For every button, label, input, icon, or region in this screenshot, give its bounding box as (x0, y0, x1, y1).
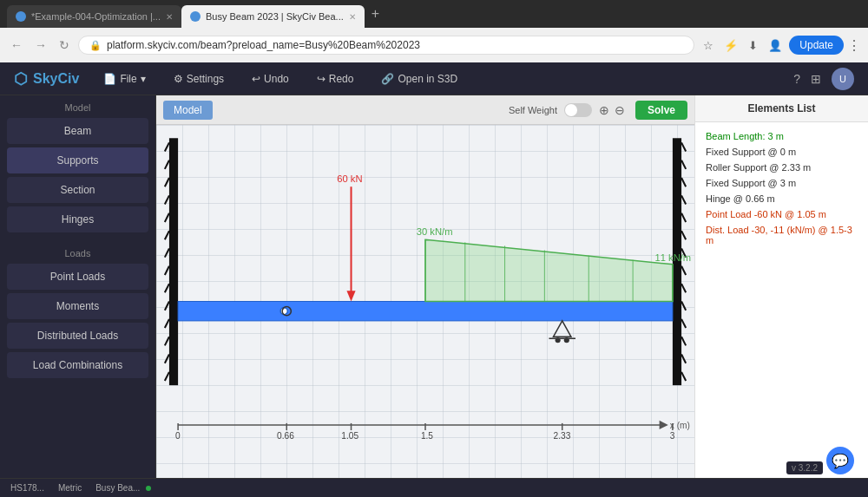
url-bar[interactable]: 🔒 platform.skyciv.com/beam?preload_name=… (78, 36, 694, 55)
sidebar-point-loads[interactable]: Point Loads (7, 264, 148, 290)
settings-icon: ⚙ (174, 73, 183, 85)
self-weight-label: Self Weight (509, 105, 557, 115)
loads-section-label: Loads (0, 241, 155, 262)
menu-undo[interactable]: ↩ Undo (245, 69, 296, 88)
profile-icon[interactable]: 👤 (765, 37, 786, 54)
header-right: ? ⊞ U (793, 68, 854, 90)
element-beam-length: Beam Length: 3 m (702, 129, 861, 143)
logo-icon: ⬡ (14, 69, 28, 88)
status-beam: Busy Bea... (95, 483, 151, 493)
lock-icon: 🔒 (89, 40, 102, 51)
undo-icon: ↩ (252, 73, 260, 85)
sidebar-moments[interactable]: Moments (7, 293, 148, 319)
tab-close-2[interactable]: ✕ (349, 12, 356, 22)
element-fixed-0: Fixed Support @ 0 m (702, 145, 861, 159)
sidebar-distributed-loads[interactable]: Distributed Loads (7, 323, 148, 349)
element-roller-233: Roller Support @ 2.33 m (702, 160, 861, 174)
elements-panel: Elements List Beam Length: 3 m Fixed Sup… (694, 95, 868, 478)
zoom-in-icon[interactable]: ⊕ (599, 103, 609, 117)
status-bar: HS178... Metric Busy Bea... (0, 478, 868, 497)
tab-label-1: *Example-004-Optimization |... (31, 11, 161, 22)
sidebar-hinges[interactable]: Hinges (7, 206, 148, 232)
sidebar: Model Beam Supports Section Hinges Loads… (0, 95, 156, 478)
sidebar-section[interactable]: Section (7, 177, 148, 203)
chat-button[interactable]: 💬 (826, 447, 854, 474)
element-point-load: Point Load -60 kN @ 1.05 m (702, 207, 861, 221)
refresh-button[interactable]: ↻ (56, 36, 73, 54)
menu-redo-label: Redo (329, 73, 354, 85)
element-fixed-3: Fixed Support @ 3 m (702, 176, 861, 190)
back-button[interactable]: ← (7, 36, 26, 54)
forward-button[interactable]: → (31, 36, 50, 54)
browser-chrome: *Example-004-Optimization |... ✕ Busy Be… (0, 0, 868, 62)
tab-favicon-2 (190, 11, 201, 22)
elements-panel-header: Elements List (695, 95, 868, 122)
new-tab-button[interactable]: + (365, 6, 386, 22)
avatar[interactable]: U (832, 68, 854, 90)
update-button[interactable]: Update (789, 36, 844, 55)
download-icon[interactable]: ⬇ (745, 37, 761, 54)
tab-bar: *Example-004-Optimization |... ✕ Busy Be… (0, 0, 868, 28)
nav-actions: ☆ ⚡ ⬇ 👤 Update ⋮ (700, 36, 861, 55)
status-session: HS178... (10, 483, 44, 493)
redo-icon: ↪ (317, 73, 326, 85)
grid-background (156, 125, 694, 478)
solve-button[interactable]: Solve (635, 101, 687, 120)
status-dot (146, 486, 151, 491)
file-icon: 📄 (103, 73, 116, 85)
canvas-toolbar: Model Self Weight ⊕ ⊖ Solve (156, 95, 694, 125)
canvas: 60 kN 30 kN/m 11 kN/m (156, 125, 694, 478)
file-chevron: ▾ (141, 73, 146, 85)
main-content: Model Beam Supports Section Hinges Loads… (0, 95, 868, 478)
canvas-icons: ⊕ ⊖ (599, 103, 625, 117)
element-dist-load: Dist. Load -30, -11 (kN/m) @ 1.5-3 m (702, 223, 861, 247)
menu-file-label: File (120, 73, 136, 85)
help-button[interactable]: ? (793, 72, 800, 86)
logo: ⬡ SkyCiv (14, 69, 79, 88)
model-tab[interactable]: Model (163, 101, 213, 120)
tab-inactive[interactable]: *Example-004-Optimization |... ✕ (7, 5, 181, 28)
menu-redo[interactable]: ↪ Redo (310, 69, 361, 88)
version-badge: v 3.2.2 (786, 461, 823, 474)
tab-favicon-1 (16, 11, 26, 22)
sidebar-beam[interactable]: Beam (7, 118, 148, 144)
link-icon: 🔗 (381, 73, 394, 85)
logo-text: SkyCiv (33, 71, 79, 87)
more-options-button[interactable]: ⋮ (847, 37, 861, 54)
nav-bar: ← → ↻ 🔒 platform.skyciv.com/beam?preload… (0, 28, 868, 62)
menu-file[interactable]: 📄 File ▾ (96, 69, 152, 88)
menu-settings-label: Settings (187, 73, 224, 85)
header-menu: 📄 File ▾ ⚙ Settings ↩ Undo ↪ Redo 🔗 Open… (96, 69, 464, 88)
canvas-area: Model Self Weight ⊕ ⊖ Solve (156, 95, 694, 478)
tab-label-2: Busy Beam 2023 | SkyCiv Bea... (206, 11, 344, 22)
element-hinge: Hinge @ 0.66 m (702, 192, 861, 206)
elements-list: Beam Length: 3 m Fixed Support @ 0 m Rol… (695, 122, 868, 254)
app: ⬡ SkyCiv 📄 File ▾ ⚙ Settings ↩ Undo ↪ Re… (0, 62, 868, 497)
self-weight-toggle[interactable] (564, 103, 592, 117)
status-metric: Metric (58, 483, 82, 493)
url-text: platform.skyciv.com/beam?preload_name=Bu… (107, 39, 420, 51)
bookmark-icon[interactable]: ☆ (700, 37, 717, 54)
extensions-icon[interactable]: ⚡ (720, 37, 741, 54)
toggle-knob (565, 104, 577, 116)
sidebar-load-combinations[interactable]: Load Combinations (7, 352, 148, 378)
menu-settings[interactable]: ⚙ Settings (167, 69, 231, 88)
tab-close-1[interactable]: ✕ (166, 12, 173, 22)
tab-active[interactable]: Busy Beam 2023 | SkyCiv Bea... ✕ (181, 5, 365, 28)
menu-undo-label: Undo (264, 73, 289, 85)
zoom-out-icon[interactable]: ⊖ (615, 103, 625, 117)
menu-open-s3d[interactable]: 🔗 Open in S3D (374, 69, 464, 88)
model-section-label: Model (0, 95, 155, 116)
apps-button[interactable]: ⊞ (811, 72, 821, 86)
sidebar-supports[interactable]: Supports (7, 147, 148, 173)
app-header: ⬡ SkyCiv 📄 File ▾ ⚙ Settings ↩ Undo ↪ Re… (0, 62, 868, 95)
menu-s3d-label: Open in S3D (398, 73, 457, 85)
